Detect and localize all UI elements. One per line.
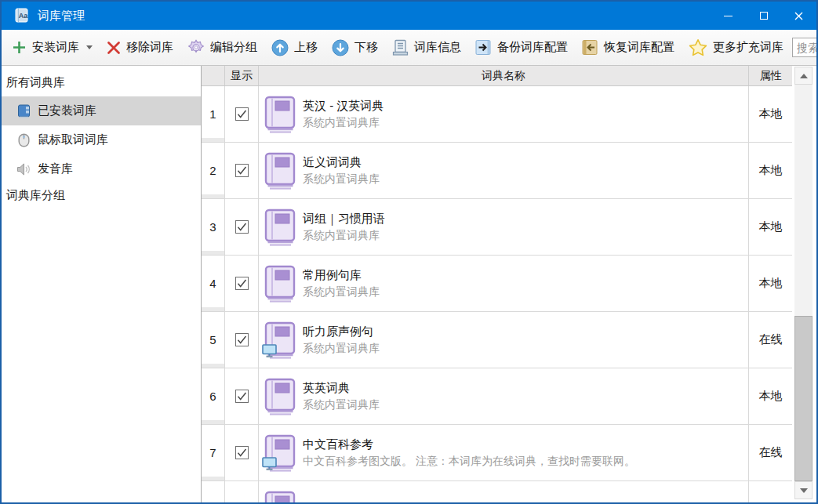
toolbar-button-label: 移除词库 [126,40,173,55]
sidebar-item-label: 已安装词库 [38,103,96,118]
table-row[interactable]: 4常用例句库系统内置词典库本地 [202,256,792,312]
table-row[interactable]: 2近义词词典系统内置词典库本地 [202,143,792,199]
dictionary-name: 中文百科参考 [303,437,635,452]
dictionary-table: 显示 词典名称 属性 1英汉 - 汉英词典系统内置词典库本地2近义词词典系统内置… [202,66,816,502]
scroll-up-button[interactable] [794,67,813,85]
dictionary-book-icon [264,96,296,133]
row-index: 7 [202,425,225,480]
show-checkbox[interactable] [235,502,249,503]
dictionary-name: 词组｜习惯用语 [303,211,385,227]
attr-value: 本地 [749,143,792,198]
name-cell: 听力原声例句系统内置词典库 [259,312,749,368]
dictionary-book-icon [264,152,296,190]
dictionary-book-icon [264,208,296,246]
online-monitor-icon [262,457,277,473]
table-row[interactable]: 1英汉 - 汉英词典系统内置词典库本地 [202,86,792,143]
name-cell: 中文百科参考中文百科参考图文版。 注意：本词库为在线词典，查找时需要联网。 [259,425,749,480]
search-input[interactable] [792,38,818,57]
show-cell [225,86,259,142]
toolbar-button-label: 恢复词库配置 [604,40,674,55]
name-cell: 英汉 - 汉英词典系统内置词典库 [259,86,749,142]
attr-value: 本地 [749,256,792,311]
install-plus-icon [12,40,27,55]
show-checkbox[interactable] [235,220,249,234]
name-cell: 英语百科参考 [259,481,749,503]
toolbar-button-restore[interactable]: 恢复词库配置 [576,35,680,60]
toolbar-button-remove-x[interactable]: 移除词库 [101,36,179,59]
show-cell [225,199,259,255]
sidebar-item[interactable]: 发音库 [2,154,201,183]
header-name: 词典名称 [259,66,749,85]
toolbar-button-label: 编辑分组 [210,40,257,55]
attr-value: 在线 [749,312,792,368]
table-row[interactable]: 7中文百科参考中文百科参考图文版。 注意：本词库为在线词典，查找时需要联网。在线 [202,425,792,481]
dictionary-description: 系统内置词典库 [303,115,384,130]
sidebar-item-label: 鼠标取词词库 [38,132,108,147]
sidebar-group-label: 所有词典库 [2,71,201,96]
toolbar-button-label: 词库信息 [414,40,461,55]
scroll-up-icon [800,74,808,78]
attr-value: 在线 [749,425,792,480]
scroll-down-button[interactable] [794,481,813,499]
header-attr: 属性 [749,66,792,85]
show-cell [225,368,259,424]
dictionary-name: 英英词典 [303,380,380,396]
toolbar-button-star[interactable]: 更多扩充词库 [683,34,789,60]
vertical-scrollbar[interactable] [794,67,813,499]
minimize-icon [724,16,733,16]
toolbar-button-install-plus[interactable]: 安装词库 [6,36,98,59]
show-checkbox[interactable] [235,333,249,346]
toolbar-button-move-down[interactable]: 下移 [326,35,384,60]
table-row[interactable]: 3词组｜习惯用语系统内置词典库本地 [202,199,792,256]
table-row[interactable]: 5听力原声例句系统内置词典库在线 [202,312,792,368]
attr-value: 本地 [749,199,792,255]
dictionary-name: 英语百科参考 [303,502,373,504]
show-checkbox[interactable] [235,390,249,403]
maximize-icon [760,12,768,20]
toolbar-button-gear[interactable]: 编辑分组 [182,35,263,60]
move-up-icon [271,39,289,56]
table-row[interactable]: 8英语百科参考 [202,481,792,503]
sidebar-item-label: 发音库 [38,161,73,176]
show-cell [225,256,259,311]
close-icon [794,12,803,20]
show-cell [225,481,259,503]
dictionary-description: 系统内置词典库 [303,341,380,356]
name-cell: 词组｜习惯用语系统内置词典库 [259,199,749,255]
window-title: 词库管理 [38,9,711,24]
maximize-button[interactable] [746,2,781,30]
dictionary-name: 常用例句库 [303,267,380,283]
sidebar-item[interactable]: 已安装词库 [2,96,201,125]
show-checkbox[interactable] [235,446,249,459]
minimize-button[interactable] [711,2,746,30]
name-cell: 近义词词典系统内置词典库 [259,143,749,198]
row-index: 3 [202,199,225,255]
show-checkbox[interactable] [235,277,249,290]
app-icon: Aa [14,8,30,24]
name-cell: 英英词典系统内置词典库 [259,368,749,424]
table-header: 显示 词典名称 属性 [202,66,792,86]
scrollbar-thumb[interactable] [794,316,813,481]
header-show: 显示 [225,66,259,85]
close-button[interactable] [781,2,816,30]
gear-icon [187,39,205,56]
toolbar-button-label: 上移 [294,40,318,55]
scroll-down-icon [800,488,808,493]
remove-x-icon [107,41,121,55]
toolbar-button-info-list[interactable]: 词库信息 [387,35,467,60]
row-index: 6 [202,368,225,424]
dictionary-book-icon [264,321,296,359]
show-checkbox[interactable] [235,107,249,121]
star-icon [689,38,707,56]
toolbar-button-move-up[interactable]: 上移 [266,35,323,60]
toolbar-button-label: 备份词库配置 [497,40,568,55]
table-row[interactable]: 6英英词典系统内置词典库本地 [202,368,792,425]
show-checkbox[interactable] [235,164,249,177]
toolbar-button-backup[interactable]: 备份词库配置 [470,35,573,60]
dictionary-book-icon [264,434,296,472]
sidebar-item[interactable]: 鼠标取词词库 [2,125,201,154]
dictionary-description: 中文百科参考图文版。 注意：本词库为在线词典，查找时需要联网。 [303,454,635,469]
row-index: 4 [202,256,225,311]
dictionary-description: 系统内置词典库 [303,228,385,243]
sidebar: 所有词典库已安装词库鼠标取词词库发音库词典库分组 [2,66,202,502]
